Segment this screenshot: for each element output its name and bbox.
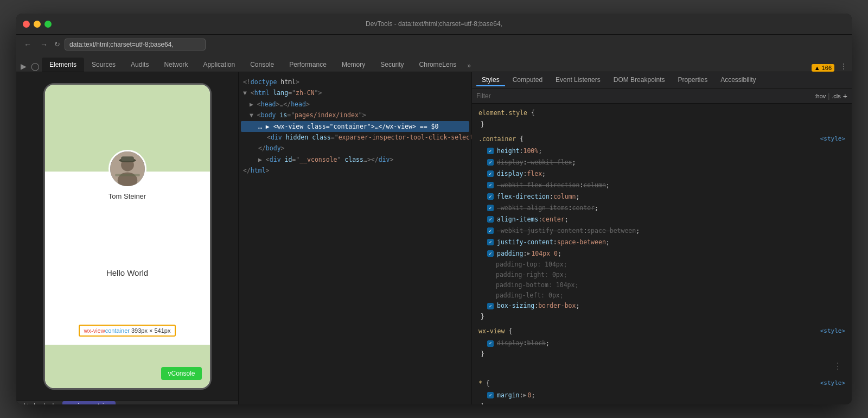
prop-display-flex: display: flex;	[478, 168, 845, 180]
rule-star: <style> * { margin: ▶ 0; }	[472, 376, 852, 404]
tab-security[interactable]: Security	[373, 58, 411, 72]
prop-checkbox[interactable]	[487, 205, 494, 211]
preview-content: Tom Steiner Hello World wx-viewcontainer…	[16, 72, 238, 401]
html-line-close-body[interactable]: </body>	[241, 143, 469, 154]
styles-subtabs: Styles Computed Event Listeners DOM Brea…	[472, 72, 852, 88]
tab-memory[interactable]: Memory	[334, 58, 373, 72]
sub-prop-padding-right: padding-right: 0px;	[478, 270, 845, 280]
prop-padding: padding: ▶ 104px 0;	[478, 248, 845, 259]
rule-origin-wxview[interactable]: <style>	[820, 326, 845, 336]
subtab-accessibility[interactable]: Accessibility	[715, 74, 761, 86]
tab-performance[interactable]: Performance	[282, 58, 334, 72]
prop-flex-direction: flex-direction: column;	[478, 191, 845, 202]
more-options-icon[interactable]: ⋮	[833, 361, 842, 371]
url-input[interactable]	[65, 39, 206, 50]
prop-height: height: 100%;	[478, 145, 845, 157]
prop-checkbox[interactable]	[487, 227, 494, 234]
html-line-close-html[interactable]: </html>	[241, 165, 469, 176]
back-button[interactable]: ←	[22, 39, 34, 50]
prop-checkbox[interactable]	[487, 303, 494, 309]
traffic-lights	[23, 21, 52, 28]
html-line-wxview[interactable]: … ▶ <wx-view class="container">…</wx-vie…	[241, 121, 469, 132]
more-tabs-button[interactable]: »	[465, 60, 473, 72]
filter-bar: :hov | .cls +	[472, 88, 852, 104]
phone-bottom-green: wx-viewcontainer 393px × 541px vConsole	[45, 345, 210, 388]
person-name: Tom Steiner	[108, 192, 146, 200]
preview-panel: Tom Steiner Hello World wx-viewcontainer…	[16, 72, 239, 404]
dimension-badge: wx-viewcontainer 393px × 541px	[79, 325, 176, 337]
html-line-div-hidden[interactable]: <div hidden class="exparser-inspector-to…	[241, 132, 469, 143]
phone-hello: Hello World	[45, 200, 210, 345]
tab-sources[interactable]: Sources	[84, 58, 123, 72]
svg-rect-5	[121, 156, 134, 161]
rule-container: <style> .container { height: 100%; displ…	[472, 132, 852, 324]
rule-selector-wxview[interactable]: <style> wx-view {	[478, 326, 845, 337]
breadcrumb-html[interactable]: html	[21, 401, 39, 404]
html-line-vconsole[interactable]: ▶ <div id="__vconsole" class…></div>	[241, 154, 469, 165]
prop-checkbox[interactable]	[487, 170, 494, 177]
rule-selector-container[interactable]: <style> .container {	[478, 134, 845, 144]
subtab-dom-breakpoints[interactable]: DOM Breakpoints	[608, 74, 671, 86]
inspect-icon[interactable]: ▶	[18, 61, 29, 72]
browser-bar: ← → ↻	[16, 34, 852, 54]
html-tree: <!doctype html> ▼ <html lang="zh-CN"> ▶ …	[239, 72, 471, 404]
prop-checkbox[interactable]	[487, 159, 494, 166]
prop-box-sizing: box-sizing: border-box;	[478, 300, 845, 312]
subtab-styles[interactable]: Styles	[476, 74, 505, 86]
rule-element-style: element.style { }	[472, 106, 852, 132]
prop-display-block: display: block;	[478, 338, 845, 349]
vconsole-button[interactable]: vConsole	[161, 367, 201, 380]
tab-console[interactable]: Console	[242, 58, 282, 72]
tab-audits[interactable]: Audits	[123, 58, 156, 72]
rule-origin[interactable]: <style>	[820, 134, 845, 144]
html-line-body[interactable]: ▼ <body is="pages/index/index">	[241, 110, 469, 121]
avatar	[108, 150, 146, 188]
prop-checkbox[interactable]	[487, 216, 494, 223]
minimize-button[interactable]	[34, 21, 41, 28]
prop-checkbox[interactable]	[487, 239, 494, 245]
prop-checkbox[interactable]	[487, 392, 494, 398]
rule-selector[interactable]: element.style {	[478, 108, 845, 118]
rule-origin-star[interactable]: <style>	[820, 378, 845, 388]
prop-checkbox[interactable]	[487, 182, 494, 188]
close-button[interactable]	[23, 21, 30, 28]
sub-prop-padding-top: padding-top: 104px;	[478, 259, 845, 270]
prop-checkbox[interactable]	[487, 340, 494, 347]
tab-elements[interactable]: Elements	[42, 58, 84, 72]
add-style-button[interactable]: +	[843, 92, 847, 100]
subtab-properties[interactable]: Properties	[672, 74, 713, 86]
prop-webkit-align-items: -webkit-align-items: center;	[478, 202, 845, 214]
tab-chromelens[interactable]: ChromeLens	[412, 58, 464, 72]
rule-wx-view: <style> wx-view { display: block; } ⋮	[472, 324, 852, 376]
html-panel: <!doctype html> ▼ <html lang="zh-CN"> ▶ …	[239, 72, 472, 404]
subtab-computed[interactable]: Computed	[507, 74, 548, 86]
styles-content: element.style { } <style> .container { h…	[472, 104, 852, 404]
forward-button[interactable]: →	[38, 39, 50, 50]
device-icon[interactable]: ◯	[29, 61, 42, 72]
styles-panel: Styles Computed Event Listeners DOM Brea…	[472, 72, 852, 404]
breadcrumb-container[interactable]: wx-view.container	[62, 401, 116, 404]
html-line-html[interactable]: ▼ <html lang="zh-CN">	[241, 87, 469, 98]
breadcrumb-body[interactable]: body	[41, 401, 60, 404]
sub-prop-padding-left: padding-left: 0px;	[478, 290, 845, 301]
html-line-doctype[interactable]: <!doctype html>	[241, 77, 469, 87]
refresh-button[interactable]: ↻	[54, 40, 60, 48]
maximize-button[interactable]	[44, 21, 52, 28]
svg-rect-3	[115, 174, 140, 176]
rule-selector-star[interactable]: <style> * {	[478, 378, 845, 389]
main-tabs-bar: ▶ ◯ Elements Sources Audits Network Appl…	[16, 54, 852, 72]
cls-button[interactable]: .cls	[832, 93, 841, 99]
prop-checkbox[interactable]	[487, 148, 494, 154]
prop-margin: margin: ▶ 0;	[478, 390, 845, 401]
html-line-head[interactable]: ▶ <head>…</head>	[241, 99, 469, 110]
settings-icon[interactable]: ⋮	[838, 61, 850, 72]
subtab-event-listeners[interactable]: Event Listeners	[550, 74, 606, 86]
prop-display-webkit-flex: display: -webkit-flex;	[478, 157, 845, 168]
devtools-window: DevTools - data:text/html;charset=utf-8;…	[16, 14, 852, 404]
hov-button[interactable]: :hov	[814, 93, 826, 99]
tab-application[interactable]: Application	[195, 58, 242, 72]
tab-network[interactable]: Network	[156, 58, 195, 72]
prop-checkbox[interactable]	[487, 250, 494, 257]
prop-checkbox[interactable]	[487, 193, 494, 200]
filter-input[interactable]	[476, 92, 814, 100]
